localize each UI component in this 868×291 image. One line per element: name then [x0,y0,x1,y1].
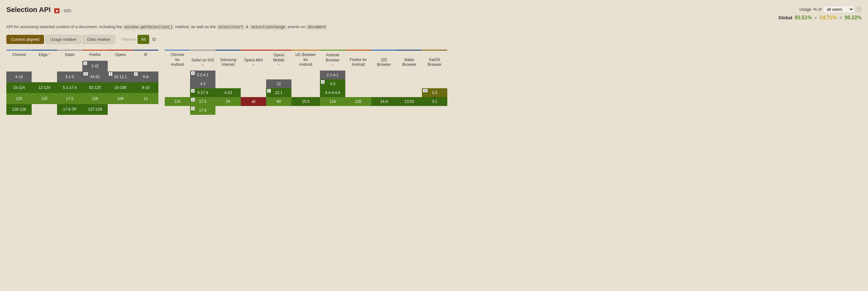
ie-r4 [133,104,158,115]
desktop-header-row: Chrome Edge * Safari Firefox Opera [6,50,158,61]
m-opera-mini-r1 [241,79,266,88]
th-ie: IE [133,50,158,61]
th-opera-mini-multiline: Opera Mini * [242,58,265,67]
th-qq: QQ Browser [371,50,397,71]
edge-r4 [32,104,57,115]
usage-select-row: Usage % of all users ? [778,6,862,13]
m-qq-r2 [371,88,397,97]
chrome-r0 [6,61,32,71]
settings-button[interactable]: ⚙ [151,35,157,44]
usage-panel: Usage % of all users ? Global 83.51% + 1… [778,6,862,21]
tab-all[interactable]: All [137,35,149,44]
mobile-row-4: 317.6 [165,106,447,115]
safari-ios-asterisk: * [202,63,204,67]
m-baidu-r1 [397,79,422,88]
mobile-header-row: Chrome for Android Safari on iOS * [165,50,447,71]
table-separator [158,50,165,115]
safari-r0 [57,61,82,71]
plus-sign: + [814,15,817,20]
th-android-browser: Android Browser * [320,50,345,71]
help-button[interactable]: ? [856,7,862,12]
chrome-r1: 4-14 [6,71,32,82]
m-baidu-r0 [397,71,422,79]
th-opera-mobile: Opera Mobile * [266,50,291,71]
m-uc-r1 [291,79,320,88]
firefox-r2: 52-125 [82,82,108,93]
m-chrome-r2 [165,88,190,97]
tab-current-aligned[interactable]: Current aligned [6,35,44,44]
th-android-browser-multiline: Android Browser * [321,53,344,67]
th-safari-ios-multiline: Safari on iOS * [191,58,214,67]
desktop-row-3: 125 125 17.5 126 109 11 [6,93,158,104]
edge-asterisk: * [49,53,50,57]
pct-of-label: % of [813,7,822,12]
firefox-r3: 126 [82,93,108,104]
global-stats-row: Global 83.51% + 14.71% = 98.22% [778,15,862,21]
th-firefox: Firefox [82,50,108,61]
m-uc-r2 [291,88,320,97]
m-safari-r2: 35-17.4 [190,88,215,97]
code-selectionchange: selectionchange [250,25,286,30]
th-chrome-android: Chrome for Android [165,50,190,71]
m-ff-android-r4 [345,106,371,115]
opera-r1: 110-12.1 [108,71,133,82]
m-kaios-r1 [422,79,447,88]
opera-mini-asterisk: * [253,63,254,67]
m-safari-r1: 4.3 [190,79,215,88]
th-chrome-android-android: Android [171,62,184,67]
th-firefox-android-multiline: Firefox for Android [347,58,370,67]
title-badge: ■ - WD [54,8,71,13]
m-ff-android-r0 [345,71,371,79]
tab-usage-relative[interactable]: Usage relative [45,35,81,44]
desktop-row-2: 15-124 12-124 5.1-17.4 52-125 15-108 9-1… [6,82,158,93]
ie-r2: 9-10 [133,82,158,93]
th-safari-label: Safari [65,52,74,57]
th-qq-multiline: QQ Browser [373,58,395,67]
th-baidu: Baidu Browser [397,50,422,71]
m-qq-r0 [371,71,397,79]
firefox-r1: 1543-51 [82,71,108,82]
th-chrome: Chrome [6,50,32,61]
m-samsung-r1 [215,79,241,88]
safari-r4: 17.6-TP [57,104,82,115]
desktop-row-0: 12-42 [6,61,158,71]
m-ff-android-r3: 125 [345,97,371,106]
th-firefox-android-android: Android [352,62,365,67]
page-container: Selection API ■ - WD Usage % of all user… [0,0,868,120]
safari-r1: 3.1-5 [57,71,82,82]
user-type-select[interactable]: all users [823,6,854,13]
spec-badge: ■ [54,8,60,13]
m-opera-mobile-r3: 80 [266,97,291,106]
m-uc-r4 [291,106,320,115]
m-samsung-r0 [215,71,241,79]
th-opera: Opera [108,50,133,61]
th-opera-mini: Opera Mini * [241,50,266,71]
filtered-label: Filtered [121,37,135,42]
th-chrome-android-for: for [175,58,180,63]
th-opera-mobile-multiline: Opera Mobile * [267,53,290,67]
m-safari-r4: 317.6 [190,106,215,115]
m-opera-mobile-r2: 112.1 [266,88,291,97]
m-android-r1: 44.3 [320,79,345,88]
edge-r0 [32,61,57,71]
title-area: Selection API ■ - WD [6,6,71,14]
partial-percentage: 14.71% [819,15,837,21]
opera-r3: 109 [108,93,133,104]
th-android-browser-browser: Browser [326,58,340,63]
safari-r2: 5.1-17.4 [57,82,82,93]
th-opera-mini-label: Opera Mini [244,58,263,63]
m-kaios-r0 [422,71,447,79]
tab-date-relative[interactable]: Date relative [82,35,115,44]
code-selectstart: selectstart [217,25,245,30]
m-ff-android-r1 [345,79,371,88]
m-safari-r3: 317.5 [190,97,215,106]
th-chrome-label: Chrome [12,52,26,57]
chrome-r2: 15-124 [6,82,32,93]
m-opera-mini-r0 [241,71,266,79]
m-opera-mini-r2 [241,88,266,97]
m-opera-mini-r3: all [241,97,266,106]
th-android-browser-label: Android [326,53,339,58]
description: API for accessing selected content of a … [6,24,862,30]
th-kaios: KaiOS Browser [422,50,447,71]
green-percentage: 83.51% [795,15,812,21]
